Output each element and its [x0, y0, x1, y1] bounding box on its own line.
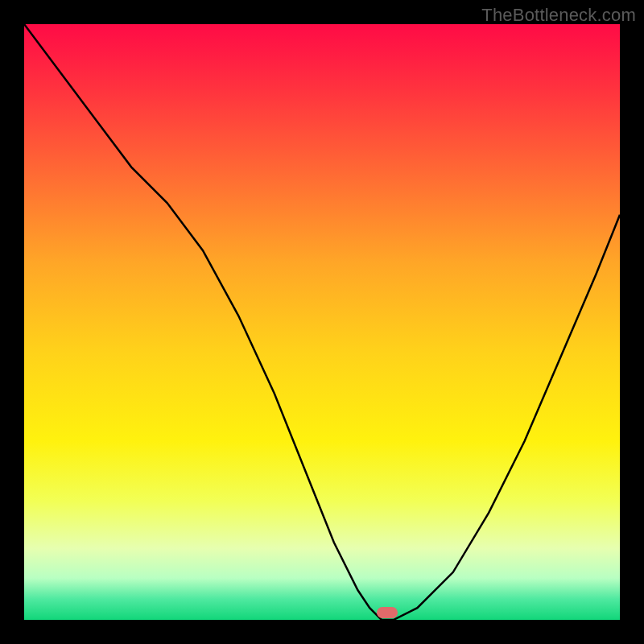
curve-path [24, 24, 620, 620]
watermark-text: TheBottleneck.com [481, 5, 636, 26]
bottleneck-curve [24, 24, 620, 620]
chart-frame: TheBottleneck.com [0, 0, 644, 644]
plot-area [24, 24, 620, 620]
optimum-marker [377, 607, 398, 618]
